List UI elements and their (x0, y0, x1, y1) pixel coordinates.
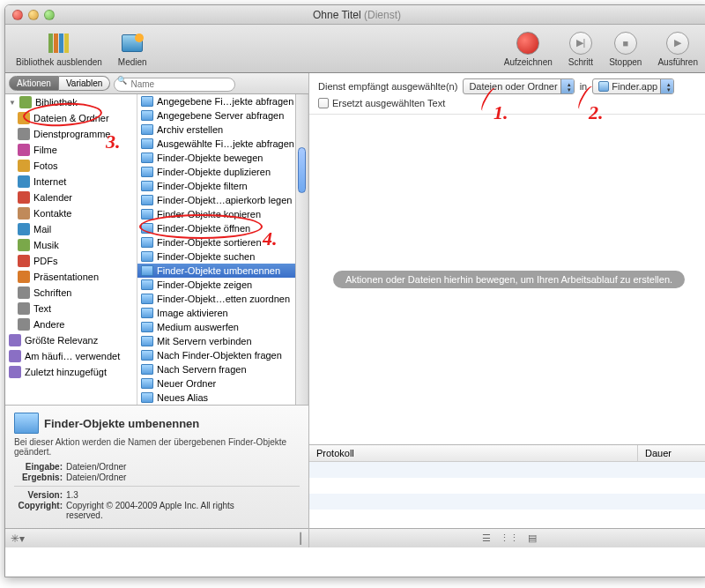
action-item[interactable]: Image aktivieren (137, 306, 308, 320)
action-list[interactable]: Angegebene Fi…jekte abfragenAngegebene S… (137, 94, 308, 405)
smart-folder[interactable]: Größte Relevanz (5, 332, 137, 348)
category-item[interactable]: Text (5, 301, 137, 316)
category-item[interactable]: Andere (5, 316, 137, 332)
finder-icon (141, 223, 153, 234)
action-item[interactable]: Angegebene Fi…jekte abfragen (137, 94, 308, 108)
run-icon: ▶ (666, 32, 689, 55)
scrollbar[interactable] (295, 94, 308, 405)
finder-icon (141, 308, 153, 318)
action-item[interactable]: Finder-Objekte bewegen (137, 151, 308, 165)
window-title: Ohne Titel (Dienst) (313, 9, 401, 21)
step-label: Schritt (568, 57, 593, 67)
view-icon-2[interactable]: ⋮⋮ (500, 532, 519, 544)
application-popup[interactable]: Finder.app▴▾ (592, 78, 674, 94)
log-panel: Protokoll Dauer (309, 444, 705, 528)
replace-text-checkbox[interactable]: Ersetzt ausgewählten Text (318, 98, 700, 108)
info-description: Bei dieser Aktion werden die Namen der ü… (14, 437, 300, 457)
record-label: Aufzeichnen (504, 57, 553, 67)
run-label: Ausführen (657, 57, 698, 67)
action-item[interactable]: Finder-Objekte duplizieren (137, 165, 308, 179)
log-col-duration[interactable]: Dauer (638, 445, 705, 461)
smart-folder[interactable]: Zuletzt hinzugefügt (5, 364, 137, 380)
config-label-in: in (580, 81, 588, 92)
category-item[interactable]: Filme (5, 142, 137, 158)
action-item[interactable]: Finder-Objekt…etten zuordnen (137, 292, 308, 306)
step-button[interactable]: ▶| Schritt (568, 31, 593, 67)
view-icon-1[interactable]: ☰ (482, 532, 491, 544)
category-item[interactable]: Internet (5, 174, 137, 190)
gear-icon[interactable]: ✳︎▾ (11, 532, 25, 545)
category-item[interactable]: Dateien & Ordner (5, 110, 137, 126)
service-config-bar: Dienst empfängt ausgewählte(n) Dateien o… (309, 73, 705, 114)
config-label-receives: Dienst empfängt ausgewählte(n) (318, 81, 457, 92)
close-button[interactable] (12, 10, 23, 20)
workflow-placeholder: Aktionen oder Dateien hierhin bewegen, u… (333, 271, 685, 288)
action-item[interactable]: Archiv erstellen (137, 123, 308, 137)
toolbar: Bibliothek ausblenden Medien Aufzeichnen… (5, 25, 705, 73)
category-item[interactable]: Musik (5, 237, 137, 253)
zoom-button[interactable] (44, 10, 55, 20)
category-item[interactable]: PDFs (5, 253, 137, 269)
finder-icon (141, 110, 153, 121)
category-item[interactable]: Schriften (5, 285, 137, 301)
action-item[interactable]: Medium auswerfen (137, 320, 308, 334)
finder-app-icon (598, 81, 609, 92)
media-button[interactable]: Medien (118, 31, 147, 67)
smart-folder[interactable]: Am häufi… verwendet (5, 348, 137, 364)
action-item[interactable]: Finder-Objekte umbenennen (137, 264, 308, 278)
titlebar: Ohne Titel (Dienst) (5, 5, 705, 25)
input-type-popup[interactable]: Dateien oder Ordner▴▾ (463, 78, 574, 94)
stop-button[interactable]: ■ Stoppen (609, 31, 642, 67)
library-tabs[interactable]: Aktionen Variablen (9, 76, 110, 91)
record-button[interactable]: Aufzeichnen (504, 31, 553, 67)
action-item[interactable]: Nach Servern fragen (137, 362, 308, 376)
category-item[interactable]: Dienstprogramme (5, 126, 137, 142)
finder-icon (141, 364, 153, 375)
action-item[interactable]: Finder-Objekte kopieren (137, 207, 308, 221)
action-item[interactable]: Finder-Objekte zeigen (137, 278, 308, 292)
action-item[interactable]: Finder-Objekte öffnen (137, 221, 308, 235)
finder-icon (141, 336, 153, 346)
category-item[interactable]: Mail (5, 221, 137, 237)
finder-icon (141, 167, 153, 177)
finder-icon (14, 413, 39, 434)
finder-icon (141, 279, 153, 290)
action-item[interactable]: Finder-Objekte filtern (137, 179, 308, 193)
category-list[interactable]: ▼BibliothekDateien & OrdnerDienstprogram… (5, 94, 137, 405)
finder-icon (141, 209, 153, 220)
finder-icon (141, 124, 153, 135)
category-item[interactable]: Kontakte (5, 205, 137, 221)
action-item[interactable]: Nach Finder-Objekten fragen (137, 348, 308, 362)
category-item[interactable]: Präsentationen (5, 269, 137, 285)
finder-icon (141, 294, 153, 304)
record-icon (516, 32, 539, 55)
log-col-protocol[interactable]: Protokoll (309, 445, 638, 461)
category-item[interactable]: Kalender (5, 190, 137, 205)
action-item[interactable]: Angegebene Server abfragen (137, 108, 308, 123)
action-item[interactable]: Finder-Objekte suchen (137, 249, 308, 264)
action-item[interactable]: Finder-Objekt…apierkorb legen (137, 193, 308, 207)
action-item[interactable]: Mit Servern verbinden (137, 334, 308, 348)
checkbox-icon (318, 98, 329, 108)
category-item[interactable]: Fotos (5, 158, 137, 174)
hide-library-button[interactable]: Bibliothek ausblenden (16, 31, 102, 67)
action-item[interactable]: Finder-Objekte sortieren (137, 235, 308, 249)
action-item[interactable]: Ausgewählte Fi…jekte abfragen (137, 137, 308, 151)
action-item[interactable]: Neuer Ordner (137, 376, 308, 391)
finder-icon (141, 265, 153, 276)
view-icon-3[interactable]: ▤ (528, 532, 537, 544)
media-icon (122, 34, 143, 52)
tab-variables[interactable]: Variablen (59, 76, 111, 91)
tab-actions[interactable]: Aktionen (9, 76, 59, 91)
search-input[interactable] (114, 78, 235, 92)
action-item[interactable]: Neues Alias (137, 391, 308, 405)
workflow-canvas[interactable]: Aktionen oder Dateien hierhin bewegen, u… (309, 114, 705, 444)
finder-icon (141, 153, 153, 163)
content-footer: ☰ ⋮⋮ ▤ (309, 528, 705, 547)
resize-handle[interactable]: ⎮ (298, 532, 303, 545)
category-library[interactable]: ▼Bibliothek (5, 94, 137, 110)
minimize-button[interactable] (28, 10, 39, 20)
info-title: Finder-Objekte umbenennen (44, 417, 199, 430)
run-button[interactable]: ▶ Ausführen (657, 31, 698, 67)
finder-icon (141, 195, 153, 205)
